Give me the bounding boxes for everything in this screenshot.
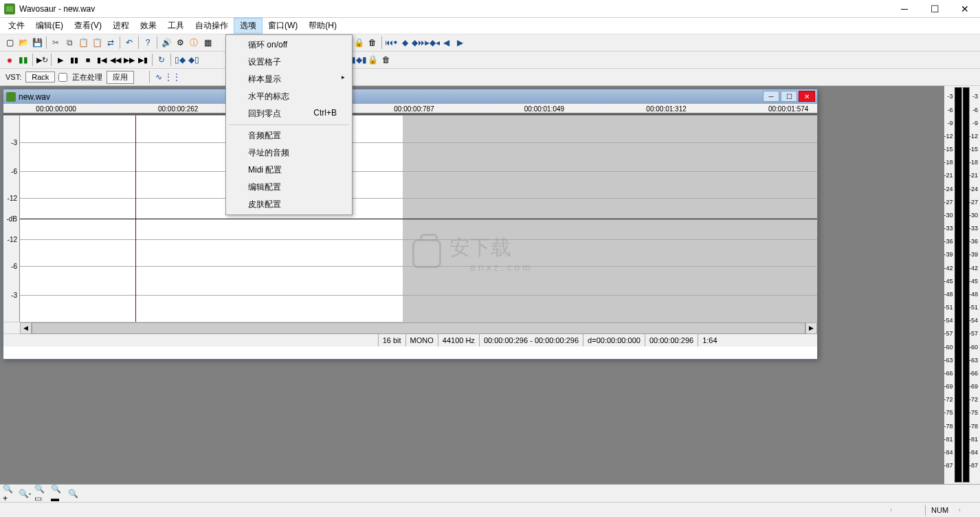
waveform-canvas[interactable] xyxy=(20,116,817,322)
meter-tick: -27 xyxy=(969,199,978,206)
menu-effect[interactable]: 效果 xyxy=(135,18,162,34)
meter-icon[interactable]: ▮▮ xyxy=(17,54,30,66)
meter-tick: -42 xyxy=(969,265,978,272)
processing-checkbox[interactable] xyxy=(58,73,67,82)
maximize-button[interactable]: ☐ xyxy=(920,0,950,18)
meter-tick: -81 xyxy=(944,436,953,443)
zoom-toolbar: 🔍+ 🔍- 🔍▭ 🔍▬ 🔍 xyxy=(0,484,980,502)
repeat-icon[interactable]: ↻ xyxy=(155,54,168,66)
new-icon[interactable]: ▢ xyxy=(3,36,16,49)
toolbar-main: ▢ 📂 💾 ✂ ⧉ 📋 📋 ⇄ ↶ ? 🔊 ⚙ ⓘ ▦ 🔒 🗑 ⏮◆ ◆ ◆⏭ … xyxy=(0,34,980,52)
dd-horizontal-marks[interactable]: 水平的标志 xyxy=(227,88,350,105)
properties-icon[interactable]: ⚙ xyxy=(174,36,186,49)
meter-tick: -21 xyxy=(969,172,978,179)
marker-prev-icon[interactable]: ◀ xyxy=(440,36,452,49)
playback-cursor[interactable] xyxy=(135,116,136,322)
open-icon[interactable]: 📂 xyxy=(17,36,30,49)
menu-tools[interactable]: 工具 xyxy=(162,18,190,34)
paste-icon[interactable]: 📋 xyxy=(77,36,89,49)
play-icon[interactable]: ▶ xyxy=(54,54,67,66)
zoom-reset-icon[interactable]: 🔍 xyxy=(66,487,80,500)
undo-icon[interactable]: ↶ xyxy=(123,36,135,49)
stop-icon[interactable]: ■ xyxy=(82,54,94,66)
dd-skin-config[interactable]: 皮肤配置 xyxy=(227,196,350,213)
delete-icon[interactable]: 🗑 xyxy=(366,36,379,49)
zoom-full-icon[interactable]: 🔍▭ xyxy=(34,487,48,500)
region-lock-icon[interactable]: 🔒 xyxy=(366,54,379,66)
dd-grid[interactable]: 设置格子 xyxy=(227,54,350,71)
dd-midi-config[interactable]: Midi 配置 xyxy=(227,162,350,179)
save-icon[interactable]: 💾 xyxy=(31,36,43,49)
titlebar: Wavosaur - new.wav ─ ☐ ✕ xyxy=(0,0,980,18)
rack-button[interactable]: Rack xyxy=(25,72,55,82)
status-zoom: 1:64 xyxy=(698,334,721,346)
meter-tick: -69 xyxy=(969,383,978,390)
pause-icon[interactable]: ▮▮ xyxy=(68,54,80,66)
menu-options[interactable]: 选项 xyxy=(234,18,263,34)
apply-button[interactable]: 应用 xyxy=(107,71,134,84)
child-close-button[interactable]: ✕ xyxy=(799,91,815,102)
horizontal-scrollbar[interactable]: ◀ ▶ xyxy=(3,322,817,333)
menu-auto[interactable]: 自动操作 xyxy=(190,18,234,34)
menu-window[interactable]: 窗口(W) xyxy=(263,18,303,34)
time-ruler[interactable]: 00:00:00:000 00:00:00:262 00:00:00:787 0… xyxy=(3,104,817,116)
marker-next-icon[interactable]: ▶ xyxy=(454,36,466,49)
skip-start-icon[interactable]: ▮◀ xyxy=(96,54,108,66)
dd-sample-display[interactable]: 样本显示▸ xyxy=(227,71,350,88)
child-maximize-button[interactable]: ☐ xyxy=(781,91,797,102)
meter-tick: -9 xyxy=(948,120,953,126)
help-icon[interactable]: ? xyxy=(142,36,154,49)
main-statusbar: NUM xyxy=(0,502,980,517)
processing-label: 正在处理 xyxy=(69,72,105,82)
rewind-icon[interactable]: ◀◀ xyxy=(109,54,122,66)
waveform-area[interactable]: -3 -6 -12 -dB -12 -6 -3 xyxy=(3,116,817,322)
play-loop-icon[interactable]: ▶↻ xyxy=(36,54,48,66)
skip-end-icon[interactable]: ▶▮ xyxy=(137,54,149,66)
scroll-track[interactable] xyxy=(32,322,805,334)
scroll-left-button[interactable]: ◀ xyxy=(20,322,32,334)
dd-return-zero[interactable]: 回到零点Ctrl+B xyxy=(227,105,350,122)
menu-view[interactable]: 查看(V) xyxy=(69,18,107,34)
cut-icon[interactable]: ✂ xyxy=(49,36,62,49)
child-minimize-button[interactable]: ─ xyxy=(763,91,779,102)
dd-audio-config[interactable]: 音频配置 xyxy=(227,127,350,144)
mix-paste-icon[interactable]: ⇄ xyxy=(104,36,117,49)
clip-end-icon[interactable]: ◆▯ xyxy=(188,54,200,66)
menu-file[interactable]: 文件 xyxy=(3,18,30,34)
marker-icon[interactable]: ◆ xyxy=(399,36,411,49)
dd-edit-config[interactable]: 编辑配置 xyxy=(227,179,350,196)
close-button[interactable]: ✕ xyxy=(950,0,980,18)
region-icon[interactable]: ▮◆▮ xyxy=(353,54,365,66)
zoom-in-icon[interactable]: 🔍+ xyxy=(3,487,16,500)
zoom-selection-icon[interactable]: 🔍▬ xyxy=(51,487,65,500)
waveform-icon[interactable]: ∿ xyxy=(153,71,165,83)
marker-range-icon[interactable]: ▸◆◂ xyxy=(426,36,438,49)
copy-icon[interactable]: ⧉ xyxy=(63,36,76,49)
info-icon[interactable]: ⓘ xyxy=(188,36,200,49)
scroll-thumb[interactable] xyxy=(32,322,805,334)
dd-loop[interactable]: 循环 on/off xyxy=(227,36,350,54)
marker-end-icon[interactable]: ◆⏭ xyxy=(412,36,425,49)
meter-tick: -84 xyxy=(944,449,953,456)
zoom-out-icon[interactable]: 🔍- xyxy=(18,487,32,500)
lock-icon[interactable]: 🔒 xyxy=(353,36,365,49)
region-delete-icon[interactable]: 🗑 xyxy=(380,54,392,66)
clip-start-icon[interactable]: ▯◆ xyxy=(174,54,186,66)
dd-separator xyxy=(229,124,349,125)
marker-start-icon[interactable]: ⏮◆ xyxy=(385,36,397,49)
chain-icon[interactable]: ⋮⋮ xyxy=(166,71,179,83)
ruler-tick: 00:00:01:049 xyxy=(524,105,564,113)
ruler-tick: 00:00:01:312 xyxy=(646,105,686,113)
menu-process[interactable]: 进程 xyxy=(107,18,135,34)
record-icon[interactable]: ● xyxy=(3,54,16,66)
batch-icon[interactable]: ▦ xyxy=(201,36,214,49)
child-titlebar[interactable]: new.wav ─ ☐ ✕ xyxy=(3,89,817,104)
menu-edit[interactable]: 编辑(E) xyxy=(30,18,69,34)
minimize-button[interactable]: ─ xyxy=(889,0,920,18)
forward-icon[interactable]: ▶▶ xyxy=(123,54,135,66)
menu-help[interactable]: 帮助(H) xyxy=(303,18,342,34)
paste-special-icon[interactable]: 📋 xyxy=(91,36,103,49)
dd-routing[interactable]: 寻址的音频 xyxy=(227,144,350,162)
speaker-icon[interactable]: 🔊 xyxy=(160,36,172,49)
scroll-right-button[interactable]: ▶ xyxy=(805,322,817,334)
